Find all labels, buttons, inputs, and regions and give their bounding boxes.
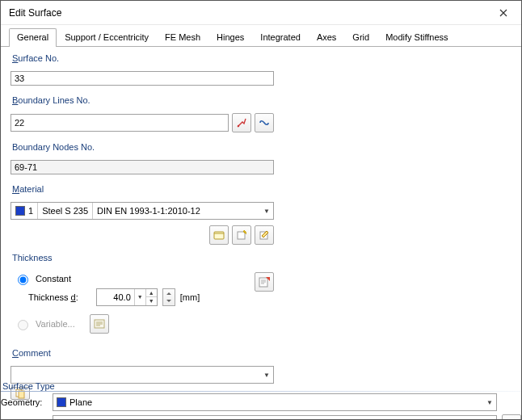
geometry-label: Geometry: <box>1 397 48 407</box>
tab-grid[interactable]: Grid <box>344 28 377 46</box>
material-label: Material <box>11 183 274 194</box>
titlebar: Edit Surface <box>1 1 521 25</box>
thickness-unit: [mm] <box>180 292 200 302</box>
boundary-lines-label: Boundary Lines No. <box>11 94 274 105</box>
surface-no-input[interactable] <box>11 71 274 86</box>
geometry-swatch-icon <box>57 397 66 407</box>
tab-bar: General Support / Eccentricity FE Mesh H… <box>1 25 521 47</box>
chevron-down-icon[interactable]: ▼ <box>134 289 145 305</box>
select-lines-button[interactable] <box>255 113 274 132</box>
tab-fe-mesh[interactable]: FE Mesh <box>157 28 208 46</box>
chevron-down-icon: ▼ <box>260 208 273 215</box>
thickness-step-button[interactable] <box>162 288 175 306</box>
close-button[interactable] <box>485 1 521 25</box>
boundary-lines-input[interactable] <box>11 114 229 132</box>
thickness-constant-label: Constant <box>36 274 71 284</box>
thickness-variable-edit-button[interactable] <box>90 314 109 334</box>
spinner-down-icon[interactable]: ▼ <box>146 297 157 305</box>
tab-support-eccentricity[interactable]: Support / Eccentricity <box>57 28 157 46</box>
tab-integrated[interactable]: Integrated <box>252 28 309 46</box>
geometry-combo[interactable]: Plane ▼ <box>53 393 497 411</box>
boundary-nodes-display <box>11 160 274 174</box>
material-code: DIN EN 1993-1-1:2010-12 <box>93 203 260 219</box>
thickness-variable-radio <box>18 320 28 330</box>
stiffness-combo[interactable]: Without membrane tension ▼ <box>53 415 497 420</box>
thickness-variable-label: Variable... <box>36 319 75 329</box>
stiffness-edit-button[interactable] <box>502 414 521 420</box>
tab-modify-stiffness[interactable]: Modify Stiffness <box>377 28 456 46</box>
comment-label: Comment <box>11 346 274 358</box>
tab-hinges[interactable]: Hinges <box>208 28 252 46</box>
tab-axes[interactable]: Axes <box>309 28 344 46</box>
material-new-button[interactable] <box>232 225 251 245</box>
tab-general[interactable]: General <box>9 28 57 47</box>
material-index: 1 <box>28 206 33 216</box>
material-library-button[interactable] <box>209 225 229 245</box>
spinner-up-icon[interactable]: ▲ <box>146 289 157 297</box>
thickness-label: Thickness <box>11 251 274 262</box>
chevron-down-icon: ▼ <box>260 372 273 379</box>
svg-rect-1 <box>214 232 224 239</box>
material-edit-button[interactable] <box>255 225 274 245</box>
thickness-d-label: Thickness d: <box>28 292 78 302</box>
material-name: Steel S 235 <box>38 203 93 219</box>
chevron-down-icon: ▼ <box>483 399 496 406</box>
surface-type-label: Surface Type <box>1 380 521 391</box>
material-combo[interactable]: 1 Steel S 235 DIN EN 1993-1-1:2010-12 ▼ <box>11 202 274 220</box>
thickness-d-input[interactable] <box>97 290 134 304</box>
material-swatch-icon <box>15 206 25 216</box>
window-title: Edit Surface <box>9 7 485 19</box>
pick-lines-button[interactable] <box>232 113 251 132</box>
svg-point-0 <box>238 125 239 127</box>
boundary-nodes-label: Boundary Nodes No. <box>11 141 274 152</box>
thickness-info-button[interactable] <box>255 272 274 292</box>
thickness-constant-radio[interactable] <box>18 275 28 285</box>
geometry-value: Plane <box>69 397 483 407</box>
thickness-d-spinner[interactable]: ▼ ▲▼ <box>96 288 158 306</box>
surface-no-label: Surface No. <box>11 52 274 63</box>
